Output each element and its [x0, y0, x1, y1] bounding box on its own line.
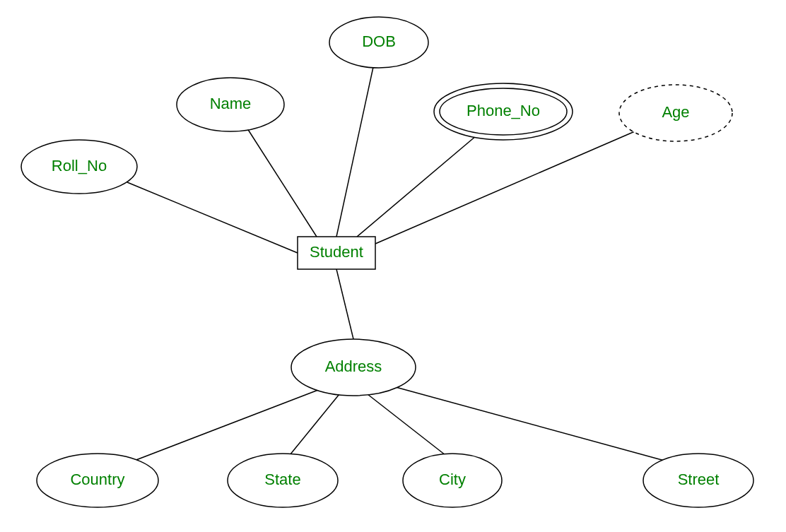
- attr-phoneno-label: Phone_No: [467, 102, 540, 119]
- attr-address-label: Address: [325, 357, 382, 375]
- edge-student-name: [247, 129, 317, 237]
- attr-name-label: Name: [210, 95, 252, 112]
- attr-country-label: Country: [70, 471, 124, 488]
- attr-name: Name: [177, 78, 284, 131]
- edge-student-phone: [357, 136, 476, 237]
- attr-city-label: City: [439, 471, 466, 488]
- attr-dob-label: DOB: [362, 32, 396, 50]
- edge-student-rollno: [127, 182, 298, 253]
- attr-street: Street: [643, 454, 753, 507]
- attr-city: City: [403, 454, 502, 507]
- attr-state: State: [228, 454, 338, 507]
- edge-address-country: [134, 390, 318, 461]
- attr-country: Country: [37, 454, 158, 507]
- er-diagram: Student Roll_No Name DOB Phone_No Age Ad…: [0, 0, 786, 532]
- attr-age: Age: [619, 85, 732, 141]
- attr-street-label: Street: [678, 471, 720, 488]
- attr-rollno-label: Roll_No: [52, 157, 107, 175]
- attr-dob: DOB: [329, 17, 428, 68]
- edge-address-street: [396, 387, 664, 461]
- entity-student: Student: [298, 237, 375, 269]
- attr-address: Address: [291, 339, 416, 396]
- edge-address-city: [368, 394, 445, 455]
- edge-student-dob: [336, 67, 373, 237]
- attr-rollno: Roll_No: [21, 140, 137, 194]
- entity-student-label: Student: [310, 243, 363, 261]
- edge-address-state: [290, 394, 339, 455]
- edge-student-address: [336, 269, 353, 339]
- attr-state-label: State: [264, 471, 300, 488]
- attr-phoneno: Phone_No: [434, 83, 573, 140]
- attr-age-label: Age: [662, 103, 689, 121]
